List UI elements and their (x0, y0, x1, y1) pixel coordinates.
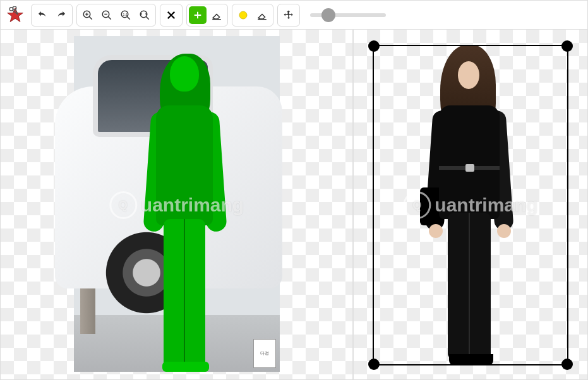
crop-frame[interactable] (373, 45, 568, 365)
svg-line-6 (89, 16, 92, 20)
add-yellow-button[interactable] (234, 6, 252, 24)
workspace: 다정 Q uantrimang Q uantrimang (1, 30, 587, 380)
svg-line-13 (127, 16, 130, 20)
source-image[interactable]: 다정 (74, 36, 280, 372)
crop-handle-br[interactable] (561, 359, 573, 370)
close-icon (165, 9, 177, 21)
brush-size-slider[interactable] (310, 13, 386, 17)
source-panel[interactable]: 다정 Q uantrimang (1, 30, 354, 380)
zoom-out-icon (101, 9, 112, 21)
redo-button[interactable] (52, 6, 70, 24)
zoom-fit-button[interactable] (136, 6, 153, 24)
erase-green-button[interactable] (208, 6, 225, 24)
slider-track[interactable] (310, 13, 386, 17)
mark-remove-group (232, 4, 273, 27)
plus-icon (193, 10, 203, 20)
zoom-out-button[interactable] (98, 6, 116, 24)
yellow-circle-icon (237, 9, 249, 21)
zoom-fit-icon (139, 9, 150, 21)
undo-button[interactable] (33, 6, 51, 24)
add-green-button[interactable] (189, 6, 207, 24)
move-button[interactable] (280, 6, 297, 24)
move-icon (283, 9, 294, 21)
close-button[interactable] (162, 6, 180, 24)
svg-line-10 (108, 16, 111, 20)
zoom-actual-button[interactable]: 1:1 (117, 6, 135, 24)
eraser-icon (256, 9, 268, 21)
app-logo (6, 6, 25, 25)
eraser-icon (211, 9, 222, 21)
toolbar: 1:1 (1, 1, 587, 30)
mark-keep-group (186, 4, 228, 27)
star-scissors-icon (6, 6, 24, 24)
history-group (31, 4, 73, 27)
svg-text:1:1: 1:1 (123, 12, 128, 16)
crop-handle-bl[interactable] (368, 359, 380, 370)
result-panel[interactable]: Q uantrimang (354, 30, 587, 380)
crop-handle-tl[interactable] (368, 40, 380, 52)
svg-point-15 (140, 11, 147, 18)
zoom-actual-icon: 1:1 (120, 9, 131, 21)
corner-stamp: 다정 (253, 339, 276, 368)
crop-handle-tr[interactable] (561, 40, 573, 52)
slider-thumb[interactable] (321, 8, 335, 22)
undo-icon (37, 9, 48, 21)
svg-point-22 (239, 11, 247, 19)
zoom-group: 1:1 (76, 4, 156, 27)
foreground-mask (137, 49, 232, 371)
zoom-in-button[interactable] (79, 6, 97, 24)
clear-group (160, 4, 183, 27)
move-group (277, 4, 300, 27)
erase-yellow-button[interactable] (253, 6, 271, 24)
redo-icon (56, 9, 67, 21)
svg-line-16 (146, 16, 149, 20)
zoom-in-icon (82, 9, 93, 21)
